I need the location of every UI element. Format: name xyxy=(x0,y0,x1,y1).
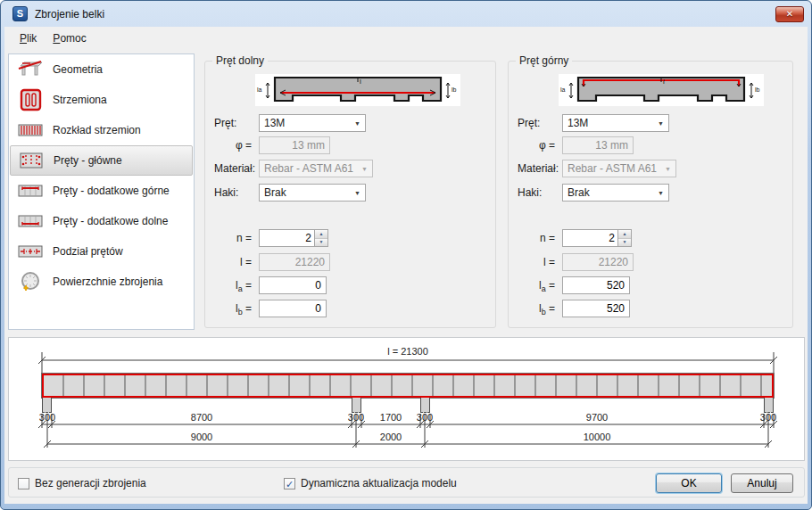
sidebar-item-podzial-pretow[interactable]: Podział prętów xyxy=(10,236,193,267)
sidebar-item-label: Geometria xyxy=(53,63,103,76)
material-label: Materiał: xyxy=(214,160,255,177)
diagram-lb-label: lb xyxy=(452,86,457,93)
sidebar-item-prety-dodatkowe-gorne[interactable]: Pręty - dodatkowe górne xyxy=(10,176,193,206)
sidebar-item-label: Pręty - główne xyxy=(54,154,122,167)
no-generation-label[interactable]: Bez generacji zbrojenia xyxy=(35,477,146,489)
close-icon: ✕ xyxy=(786,9,793,19)
sidebar-item-label: Podział prętów xyxy=(53,245,123,258)
lb-field[interactable] xyxy=(259,300,327,317)
sidebar-item-prety-glowne[interactable]: Pręty - główne xyxy=(10,145,193,176)
chevron-down-icon: ▼ xyxy=(658,120,664,127)
stirrup-layout-icon xyxy=(16,119,45,142)
sidebar-item-strzemiona[interactable]: Strzemiona xyxy=(10,85,193,115)
phi-field xyxy=(562,136,634,154)
l-field xyxy=(562,253,634,271)
dim-value: 300 xyxy=(348,412,364,423)
dialog-client-area: Plik Pomoc Geometria Strzemiona xyxy=(4,27,808,504)
phi-field xyxy=(259,136,330,154)
dim-value: 10000 xyxy=(584,432,611,442)
beam-elevation-panel: l = 21300 300 8700 300 1700 300 9700 300… xyxy=(8,337,805,461)
support-column xyxy=(42,398,52,413)
sidebar-item-rozklad-strzemion[interactable]: Rozkład strzemion xyxy=(10,115,193,145)
spin-down-icon[interactable]: ▼ xyxy=(315,239,327,247)
diagram-lb-label: lb xyxy=(755,86,760,93)
ok-button[interactable]: OK xyxy=(656,473,722,493)
total-length-dim: l = 21300 xyxy=(387,346,428,357)
pret-select[interactable]: 13M▼ xyxy=(562,114,669,132)
dim-value: 2000 xyxy=(380,432,402,442)
dim-value: 8700 xyxy=(191,412,212,423)
phi-label: φ = xyxy=(205,136,252,154)
chevron-down-icon: ▼ xyxy=(658,190,664,196)
chevron-down-icon: ▼ xyxy=(665,166,671,172)
pret-select[interactable]: 13M▼ xyxy=(259,114,366,132)
diagram-la-label: la xyxy=(257,86,262,93)
la-field[interactable] xyxy=(562,276,630,294)
lb-label: lb = xyxy=(509,300,555,317)
support-column xyxy=(764,398,774,413)
material-select: Rebar - ASTM A61▼ xyxy=(259,160,373,177)
n-input[interactable] xyxy=(260,230,315,246)
menu-bar: Plik Pomoc xyxy=(4,27,808,50)
n-stepper[interactable]: ▲▼ xyxy=(259,229,328,247)
lb-label: lb = xyxy=(205,300,252,317)
reinforcement-surfaces-icon xyxy=(16,270,45,293)
menu-item-pomoc[interactable]: Pomoc xyxy=(45,29,94,48)
main-bars-icon xyxy=(17,149,46,172)
la-field[interactable] xyxy=(259,276,327,294)
beam-with-stirrups xyxy=(42,374,774,398)
la-label: la = xyxy=(205,276,252,294)
bar-division-icon xyxy=(16,240,45,263)
lb-field[interactable] xyxy=(562,300,630,317)
no-generation-checkbox-row: Bez generacji zbrojenia xyxy=(18,468,146,498)
group-title: Pręt dolny xyxy=(212,54,268,67)
n-input[interactable] xyxy=(563,230,618,246)
haki-select[interactable]: Brak▼ xyxy=(562,184,669,202)
pret-label: Pręt: xyxy=(518,114,540,132)
close-button[interactable]: ✕ xyxy=(775,6,804,22)
dim-value: 300 xyxy=(760,412,776,423)
n-label: n = xyxy=(509,229,555,247)
n-stepper[interactable]: ▲▼ xyxy=(562,229,632,247)
menu-item-plik[interactable]: Plik xyxy=(12,29,45,48)
chevron-down-icon: ▼ xyxy=(354,190,360,196)
sidebar-item-label: Pręty - dodatkowe górne xyxy=(53,185,170,197)
support-column xyxy=(420,398,430,413)
dynamic-update-checkbox[interactable]: ✓ xyxy=(284,478,295,489)
additional-bottom-bars-icon xyxy=(16,210,45,233)
sidebar-item-label: Strzemiona xyxy=(53,94,107,106)
spin-up-icon[interactable]: ▲ xyxy=(618,230,631,239)
haki-select[interactable]: Brak▼ xyxy=(259,184,366,202)
bottom-bar-diagram: l la lb xyxy=(255,74,460,106)
spin-up-icon[interactable]: ▲ xyxy=(315,230,327,239)
pret-label: Pręt: xyxy=(214,114,236,132)
titlebar: S Zbrojenie belki ✕ xyxy=(4,1,808,27)
material-select: Rebar - ASTM A61▼ xyxy=(562,160,676,177)
dialog-window: S Zbrojenie belki ✕ Plik Pomoc Geometria… xyxy=(0,0,812,510)
cancel-button[interactable]: Anuluj xyxy=(731,473,793,493)
sidebar-item-prety-dodatkowe-dolne[interactable]: Pręty - dodatkowe dolne xyxy=(10,206,193,236)
sidebar-item-label: Rozkład strzemion xyxy=(53,124,141,136)
sidebar-item-geometria[interactable]: Geometria xyxy=(10,54,193,85)
app-icon: S xyxy=(12,6,28,21)
material-label: Materiał: xyxy=(518,160,559,177)
dim-value: 300 xyxy=(417,412,433,423)
l-label: l = xyxy=(509,253,555,271)
sidebar-item-powierzchnie-zbrojenia[interactable]: Powierzchnie zbrojenia xyxy=(10,267,193,297)
dim-value: 1700 xyxy=(380,412,402,423)
sidebar-item-label: Pręty - dodatkowe dolne xyxy=(53,215,168,227)
diagram-la-label: la xyxy=(560,86,566,93)
spin-down-icon[interactable]: ▼ xyxy=(618,239,631,247)
l-field xyxy=(259,253,330,271)
haki-label: Haki: xyxy=(214,184,238,202)
dynamic-update-label[interactable]: Dynamiczna aktualizacja modelu xyxy=(301,477,457,489)
dim-value: 9000 xyxy=(191,432,212,442)
group-pret-gorny: Pręt górny l la lb Pręt: 13M▼ φ xyxy=(508,61,793,328)
support-column xyxy=(352,398,361,413)
n-label: n = xyxy=(205,229,252,247)
geometry-icon xyxy=(16,58,45,81)
no-generation-checkbox[interactable] xyxy=(18,478,29,489)
stirrups-icon xyxy=(16,88,45,111)
group-pret-dolny: Pręt dolny l la lb Pręt: 13M▼ φ xyxy=(204,61,496,328)
haki-label: Haki: xyxy=(518,184,542,202)
